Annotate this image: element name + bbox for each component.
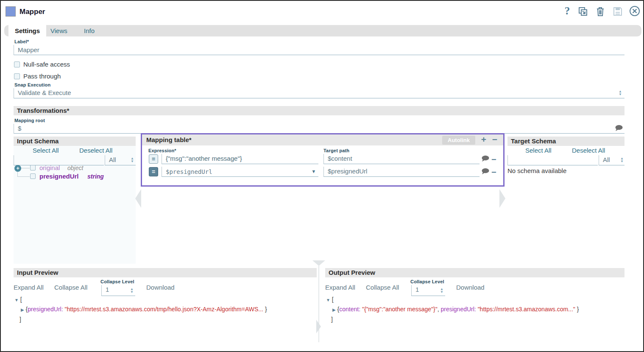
input-schema-title: Input Schema xyxy=(17,137,59,145)
output-preview-expand-all[interactable]: Expand All xyxy=(325,284,355,291)
delete-icon[interactable] xyxy=(594,6,606,17)
delete-row2-icon[interactable]: − xyxy=(491,169,496,176)
input-schema-deselect-all[interactable]: Deselect All xyxy=(79,147,112,154)
input-schema-header: Input Schema xyxy=(14,137,136,146)
expand-node-icon[interactable]: ▶ xyxy=(21,307,24,312)
preview-divider-bottom-handle-icon[interactable] xyxy=(316,320,321,333)
mapper-dialog: Mapper ? Settings Views xyxy=(0,0,644,352)
tab-settings[interactable]: Settings xyxy=(8,25,46,36)
input-schema-filter-select[interactable]: All ▲▼ xyxy=(105,155,136,165)
input-preview-json-row: ▶ {presignedUrl: "https://mrtest.s3.amaz… xyxy=(21,306,267,313)
collapse-node-icon[interactable]: ▼ xyxy=(326,298,330,302)
null-safe-label: Null-safe access xyxy=(23,61,70,68)
tree-original-checkbox[interactable] xyxy=(30,165,36,170)
expression-input-row1[interactable]: {"msg":"another message"} xyxy=(162,154,318,164)
target-path-input-row2[interactable]: $presignedUrl xyxy=(323,167,480,177)
export-icon[interactable] xyxy=(577,6,589,17)
comment-icon-row2[interactable] xyxy=(481,168,489,175)
output-preview-collapse-level-spinner-icon[interactable]: ▲▼ xyxy=(440,288,443,293)
snap-execution-spinner-icon[interactable]: ▲▼ xyxy=(619,90,622,96)
input-preview-title: Input Preview xyxy=(17,269,59,276)
collapse-node-icon[interactable]: ▼ xyxy=(14,298,19,302)
tree-node-original[interactable]: original xyxy=(39,164,60,171)
label-field-label: Label* xyxy=(14,39,29,44)
tab-info[interactable]: Info xyxy=(84,25,95,36)
tree-presignedurl-checkbox[interactable] xyxy=(30,173,36,179)
snap-execution-select[interactable]: Validate & Execute ▲▼ xyxy=(14,88,624,98)
mapping-root-label: Mapping root xyxy=(14,118,45,123)
input-preview-collapse-level-spinner-icon[interactable]: ▲▼ xyxy=(130,288,134,293)
target-schema-filter-spinner-icon[interactable]: ▲▼ xyxy=(620,157,624,163)
output-preview-collapse-level-label: Collapse Level xyxy=(410,279,444,284)
output-preview-collapse-all[interactable]: Collapse All xyxy=(366,284,399,291)
tab-bar xyxy=(4,25,641,36)
input-preview-expand-all[interactable]: Expand All xyxy=(14,284,44,291)
input-schema-panel: Input Schema Select All Deselect All All… xyxy=(14,137,136,264)
transformations-section-header: Transformations* xyxy=(14,106,624,115)
no-schema-message: No schema available xyxy=(507,167,566,174)
comment-icon-row1[interactable] xyxy=(481,155,489,162)
collapse-input-schema-icon[interactable] xyxy=(135,189,141,208)
tab-views[interactable]: Views xyxy=(50,25,67,36)
expression-input-row2[interactable]: $presignedUrl ▼ xyxy=(162,167,318,177)
mapping-table-header: Mapping table* Autolink + − xyxy=(142,134,503,145)
tree-node-presignedurl-type: string xyxy=(87,173,104,180)
mapping-root-comment-icon[interactable] xyxy=(615,125,623,131)
collapse-target-schema-icon[interactable] xyxy=(499,189,505,208)
tree-connector xyxy=(17,176,30,177)
output-preview-json-root: ▼ [ xyxy=(326,296,334,303)
save-icon[interactable] xyxy=(612,6,624,17)
mapping-table-title: Mapping table* xyxy=(146,136,192,143)
input-preview-collapse-level-label: Collapse Level xyxy=(100,279,134,284)
target-path-input-row1[interactable]: $content xyxy=(323,154,480,164)
input-schema-select-all[interactable]: Select All xyxy=(33,147,59,154)
expression-toggle-row2[interactable]: = xyxy=(149,167,158,176)
mapping-root-input[interactable]: $ xyxy=(14,124,624,134)
input-preview-header: Input Preview xyxy=(14,268,317,277)
add-row-icon[interactable]: + xyxy=(481,135,486,144)
target-schema-panel: Target Schema Select All Deselect All Al… xyxy=(507,137,624,187)
expression-column-header: Expression* xyxy=(148,148,176,153)
target-schema-search-input[interactable] xyxy=(507,155,598,165)
snap-icon xyxy=(6,6,16,17)
target-schema-filter-select[interactable]: All ▲▼ xyxy=(599,155,624,165)
autolink-button[interactable]: Autolink xyxy=(442,136,475,145)
delete-row1-icon[interactable]: − xyxy=(491,156,496,163)
expression-dropdown-icon-row2[interactable]: ▼ xyxy=(312,169,315,174)
output-preview-json-close: ] xyxy=(326,316,333,323)
output-preview-panel: Output Preview Expand All Collapse All C… xyxy=(325,268,624,340)
input-preview-json-close: ] xyxy=(14,316,21,323)
output-preview-title: Output Preview xyxy=(329,269,375,276)
input-preview-collapse-all[interactable]: Collapse All xyxy=(54,284,87,291)
input-preview-collapse-level-input[interactable]: 1 ▲▼ xyxy=(101,285,135,296)
close-icon[interactable] xyxy=(629,5,641,17)
remove-row-icon[interactable]: − xyxy=(492,135,497,144)
output-preview-header: Output Preview xyxy=(325,268,624,277)
tree-expand-icon[interactable]: + xyxy=(14,165,21,172)
tree-node-presignedurl[interactable]: presignedUrl xyxy=(39,173,79,180)
pass-through-label: Pass through xyxy=(23,73,61,80)
null-safe-checkbox[interactable] xyxy=(14,61,20,67)
target-schema-select-all[interactable]: Select All xyxy=(525,147,552,154)
output-preview-json-row: ▶ {content: "{"msg":"another message"}",… xyxy=(332,306,579,313)
tree-connector xyxy=(21,168,30,168)
target-schema-header: Target Schema xyxy=(507,137,624,146)
input-preview-download[interactable]: Download xyxy=(146,284,175,291)
pass-through-checkbox[interactable] xyxy=(14,73,20,79)
input-preview-json-root: ▼ [ xyxy=(14,296,22,303)
dialog-title: Mapper xyxy=(20,8,45,16)
tree-node-original-type: object xyxy=(67,165,83,171)
preview-divider-top-handle-icon[interactable] xyxy=(312,260,325,266)
target-schema-deselect-all[interactable]: Deselect All xyxy=(572,147,605,154)
input-schema-filter-spinner-icon[interactable]: ▲▼ xyxy=(131,157,134,163)
target-path-column-header: Target path xyxy=(323,148,349,153)
expand-node-icon[interactable]: ▶ xyxy=(332,307,336,312)
output-preview-download[interactable]: Download xyxy=(456,284,485,291)
expression-toggle-row1[interactable]: = xyxy=(149,154,158,164)
target-schema-title: Target Schema xyxy=(511,137,556,145)
input-preview-panel: Input Preview Expand All Collapse All Co… xyxy=(14,268,317,340)
snap-execution-label: Snap Execution xyxy=(14,82,50,87)
help-icon[interactable]: ? xyxy=(561,5,573,17)
label-input[interactable] xyxy=(14,45,624,55)
output-preview-collapse-level-input[interactable]: 1 ▲▼ xyxy=(411,285,445,296)
